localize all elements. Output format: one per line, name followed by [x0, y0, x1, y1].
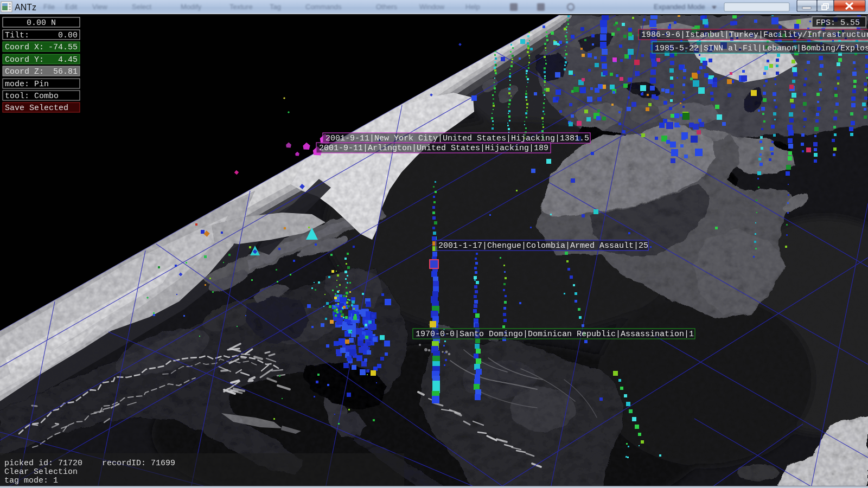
svg-text:Clear Selection: Clear Selection	[4, 467, 78, 477]
svg-text:Help: Help	[465, 3, 480, 11]
svg-text:0.00 N: 0.00 N	[27, 18, 56, 28]
svg-text:Others: Others	[376, 3, 398, 11]
svg-text:4.45: 4.45	[58, 55, 78, 65]
svg-text:Coord Y:: Coord Y:	[5, 55, 44, 65]
svg-text:1970-0-0|Santo Domingo|Dominic: 1970-0-0|Santo Domingo|Dominican Republi…	[416, 330, 694, 339]
svg-text:2001-9-11|Arlington|United Sta: 2001-9-11|Arlington|United States|Hijack…	[319, 144, 548, 153]
svg-text:0.00: 0.00	[58, 31, 78, 40]
svg-text:Tilt:: Tilt:	[5, 31, 29, 40]
svg-text:2001-9-11|New York City|United: 2001-9-11|New York City|United States|Hi…	[326, 134, 589, 143]
svg-text:2001-1-17|Chengue|Colombia|Arm: 2001-1-17|Chengue|Colombia|Armed Assault…	[438, 241, 648, 251]
svg-text:picked id: 71720: picked id: 71720	[4, 459, 82, 468]
svg-text:Texture: Texture	[229, 3, 253, 11]
svg-text:Select: Select	[132, 3, 152, 11]
svg-text:56.81: 56.81	[53, 67, 78, 76]
svg-text:File: File	[43, 3, 55, 11]
svg-text:1986-9-6|Istanbul|Turkey|Facil: 1986-9-6|Istanbul|Turkey|Facility/Infras…	[641, 30, 868, 40]
svg-text:tag mode: 1: tag mode: 1	[4, 476, 58, 485]
svg-text:Window: Window	[419, 3, 445, 11]
svg-text:Coord Z:: Coord Z:	[5, 67, 44, 76]
svg-text:mode: Pin: mode: Pin	[5, 80, 49, 89]
svg-text:View: View	[92, 3, 108, 11]
svg-text:Tag: Tag	[270, 3, 281, 11]
svg-text:-74.55: -74.55	[48, 43, 78, 52]
svg-text:Save Selected: Save Selected	[5, 104, 68, 113]
svg-text:Edit: Edit	[65, 3, 78, 11]
svg-text:recordID: 71699: recordID: 71699	[102, 459, 175, 468]
svg-text:Commands: Commands	[305, 3, 342, 11]
svg-text:Expanded Mode: Expanded Mode	[654, 3, 705, 11]
svg-text:Coord X:: Coord X:	[5, 43, 44, 52]
svg-text:Modify: Modify	[181, 3, 202, 11]
svg-text:1985-5-22|SINN al-Fil|Lebanon|: 1985-5-22|SINN al-Fil|Lebanon|Bombing/Ex…	[655, 44, 868, 53]
svg-text:FPS: 5.55: FPS: 5.55	[816, 18, 860, 28]
svg-text:ANTz: ANTz	[15, 3, 36, 12]
svg-text:tool: Combo: tool: Combo	[5, 92, 59, 101]
